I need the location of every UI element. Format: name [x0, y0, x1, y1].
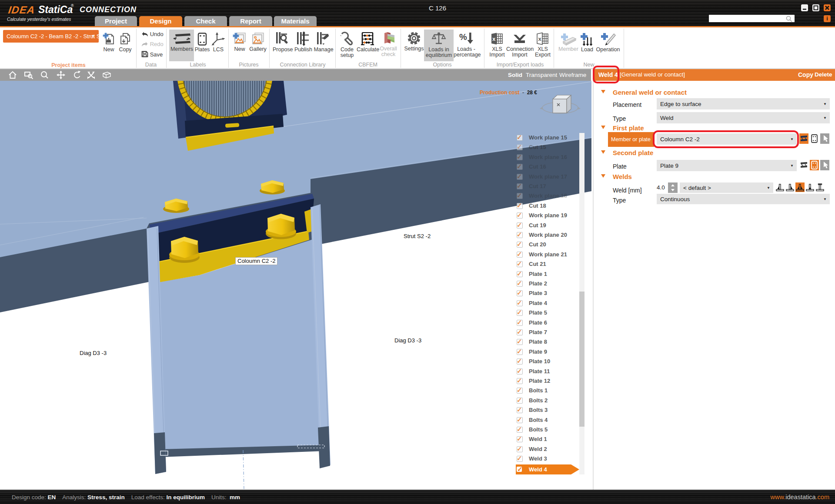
- svg-text:x: x: [492, 36, 496, 42]
- svg-text:%: %: [459, 32, 467, 42]
- svg-text:x: x: [538, 36, 542, 42]
